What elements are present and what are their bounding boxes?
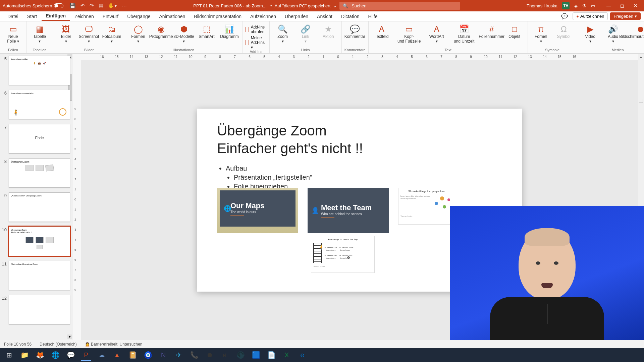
- chevron-down-icon[interactable]: ⌄: [333, 3, 337, 8]
- minimize-button[interactable]: —: [603, 3, 614, 8]
- tab-entwurf[interactable]: Entwurf: [99, 12, 122, 21]
- thumbnail-slide-8[interactable]: 8Übergänge Zoom: [1, 158, 70, 188]
- ribbon-textfeld-button[interactable]: ATextfeld: [371, 23, 392, 39]
- ribbon-audio-button[interactable]: 🔊Audio▾: [603, 23, 624, 44]
- tile-our-maps[interactable]: 🌐 Our Maps The world is ours: [217, 188, 298, 233]
- tab-zeichnen[interactable]: Zeichnen: [70, 12, 98, 21]
- get-addins-button[interactable]: Add-Ins abrufen: [246, 25, 267, 34]
- ribbon-diagramm-button[interactable]: 📊Diagramm: [219, 23, 240, 39]
- taskbar-app-11[interactable]: ✈: [172, 349, 186, 361]
- language-status[interactable]: Deutsch (Österreich): [40, 342, 77, 347]
- tab-datei[interactable]: Datei: [3, 12, 22, 21]
- thumb-scroll-down[interactable]: ▼: [67, 335, 72, 339]
- scroll-thumb[interactable]: [639, 99, 643, 103]
- window-mode-icon[interactable]: ▭: [591, 3, 595, 8]
- search-box[interactable]: 🔍: [339, 2, 460, 10]
- redo-icon[interactable]: ↷: [90, 3, 94, 9]
- taskbar-app-9[interactable]: 🧿: [141, 349, 155, 361]
- ribbon-zoom-button[interactable]: 🔍Zoom▾: [272, 23, 293, 44]
- tab-dictation[interactable]: Dictation: [337, 12, 363, 21]
- ribbon-video-button[interactable]: ▶Video▾: [580, 23, 601, 44]
- taskbar-app-0[interactable]: ⊞: [2, 349, 16, 361]
- ribbon-tabelle-button[interactable]: ▦Tabelle▾: [29, 23, 50, 44]
- thumbnail-slide-5[interactable]: 5Lorem ipsum dolor🧍 💼 🚀: [1, 56, 70, 85]
- taskbar-app-4[interactable]: 💬: [64, 349, 78, 361]
- accessibility-status[interactable]: 🙍 Barrierefreiheit: Untersuchen: [85, 342, 143, 347]
- taskbar-app-12[interactable]: 📞: [187, 349, 201, 361]
- taskbar-app-13[interactable]: ⏺: [203, 349, 217, 361]
- maximize-button[interactable]: ◻: [616, 3, 628, 8]
- ribbon-neuefolie-button[interactable]: ▭NeueFolie ▾: [3, 23, 23, 44]
- touch-icon[interactable]: ✋▾: [108, 3, 117, 9]
- save-icon[interactable]: 💾: [69, 3, 76, 9]
- ribbon-bildschirmaufzeichnung-button[interactable]: ⏺Bildschirmaufzeichnung: [626, 23, 644, 39]
- ribbon-symbol-button[interactable]: ΩSymbol: [553, 23, 574, 39]
- close-button[interactable]: ✕: [630, 3, 641, 8]
- mini-slide-b[interactable]: Four ways to reach the Top 🧍 01 Element …: [311, 236, 375, 273]
- mini-slide-a[interactable]: We make things that people love Lorem ip…: [398, 188, 455, 225]
- autosave-toggle[interactable]: Automatisches Speichern: [3, 3, 63, 8]
- ribbon-dmodelle-button[interactable]: ⬢3D-Modelle▾: [173, 23, 194, 44]
- ribbon-objekt-button[interactable]: □Objekt: [504, 23, 525, 39]
- taskbar-app-15[interactable]: 🌑: [233, 349, 248, 361]
- taskbar-app-6[interactable]: ☁: [95, 349, 109, 361]
- taskbar-app-18[interactable]: X: [280, 349, 294, 361]
- comments-button[interactable]: 💬: [558, 12, 571, 20]
- tab-uebergaenge[interactable]: Übergänge: [123, 12, 154, 21]
- tab-ueberpruefen[interactable]: Überprüfen: [281, 12, 312, 21]
- tab-animationen[interactable]: Animationen: [155, 12, 190, 21]
- ribbon-formen-button[interactable]: ◯Formen▾: [128, 23, 149, 44]
- thumbnail-slide-10[interactable]: 10Übergänge ZoomEinfacher geht's nicht !…: [1, 227, 70, 256]
- taskbar-app-17[interactable]: 📄: [264, 349, 278, 361]
- ribbon-fotoalbum-button[interactable]: 🗂Fotoalbum▾: [101, 23, 122, 44]
- ribbon-piktogramme-button[interactable]: ◉Piktogramme: [151, 23, 171, 39]
- undo-icon[interactable]: ↶: [80, 3, 85, 9]
- slide-title[interactable]: Übergänge Zoom Einfacher geht's nicht !!: [217, 122, 502, 157]
- thumbnail-slide-7[interactable]: 7Ende: [1, 124, 70, 154]
- windows-taskbar[interactable]: ⊞📁🦊🌐💬P☁▲📔🧿N✈📞⏺⏯🌑🟦📄Xe: [0, 348, 644, 362]
- thumbnail-pane[interactable]: ▲ ▼ 5Lorem ipsum dolor🧍 💼 🚀6Lorem ipsum …: [0, 54, 73, 340]
- user-avatar[interactable]: TH: [562, 2, 570, 9]
- taskbar-app-10[interactable]: N: [156, 349, 170, 361]
- thumbnail-slide-11[interactable]: 11Mehrstufige Übergänge Zoom: [1, 261, 70, 290]
- ribbon-screenshot-button[interactable]: 🖵Screenshot▾: [78, 23, 99, 44]
- record-button[interactable]: Aufzeichnen: [573, 12, 608, 20]
- tab-aufzeichnen[interactable]: Aufzeichnen: [246, 12, 280, 21]
- ribbon-link-button[interactable]: 🔗Link▾: [295, 23, 316, 44]
- diamond-icon[interactable]: ◈: [574, 3, 578, 8]
- taskbar-app-2[interactable]: 🦊: [33, 349, 47, 361]
- ribbon-bilder-button[interactable]: 🖼Bilder▾: [56, 23, 76, 44]
- tab-start[interactable]: Start: [23, 12, 41, 21]
- thumbnail-slide-6[interactable]: 6Lorem ipsum consectetur🧍: [1, 90, 70, 119]
- share-button[interactable]: Freigeben ▾: [610, 12, 641, 20]
- ribbon-kopfundfuzeile-button[interactable]: ▭Kopf-und Fußzeile: [394, 23, 424, 44]
- thumbnail-slide-9[interactable]: 9„Automatischer" Übergänge Zoom: [1, 192, 70, 222]
- ribbon-kommentar-button[interactable]: 💬Kommentar: [344, 23, 365, 39]
- ribbon-formel-button[interactable]: πFormel▾: [531, 23, 551, 44]
- flask-icon[interactable]: ⚗: [582, 3, 586, 8]
- taskbar-app-14[interactable]: ⏯: [218, 349, 232, 361]
- tab-bildschirmpraesentation[interactable]: Bildschirmpräsentation: [190, 12, 246, 21]
- search-input[interactable]: [352, 3, 457, 8]
- my-addins-button[interactable]: Meine Add-Ins ▾: [246, 36, 267, 50]
- taskbar-app-1[interactable]: 📁: [17, 349, 32, 361]
- thumbnail-slide-12[interactable]: 12: [1, 295, 70, 324]
- tab-hilfe[interactable]: Hilfe: [364, 12, 381, 21]
- tab-einfuegen[interactable]: Einfügen: [42, 11, 70, 21]
- taskbar-app-16[interactable]: 🟦: [249, 349, 263, 361]
- ribbon-foliennummer-button[interactable]: #Foliennummer: [481, 23, 502, 39]
- ribbon-smartart-button[interactable]: ⬚SmartArt: [196, 23, 217, 39]
- taskbar-app-5[interactable]: P: [79, 349, 93, 361]
- qat-more-icon[interactable]: ⋯: [122, 3, 127, 9]
- taskbar-app-19[interactable]: e: [295, 349, 309, 361]
- tab-ansicht[interactable]: Ansicht: [313, 12, 336, 21]
- ribbon-aktion-button[interactable]: ★Aktion: [318, 23, 339, 39]
- taskbar-app-3[interactable]: 🌐: [48, 349, 62, 361]
- autosave-switch[interactable]: [54, 3, 63, 8]
- present-icon[interactable]: ▤: [99, 3, 103, 9]
- taskbar-app-7[interactable]: ▲: [110, 349, 124, 361]
- tile-meet-team[interactable]: 👤 Meet the Team Who are behind the scene…: [308, 188, 389, 233]
- scroll-up-icon[interactable]: ▲: [639, 55, 643, 59]
- slide-position[interactable]: Folie 10 von 56: [4, 342, 32, 347]
- ribbon-datumunduhrzeit-button[interactable]: 📅Datumund Uhrzeit: [449, 23, 479, 44]
